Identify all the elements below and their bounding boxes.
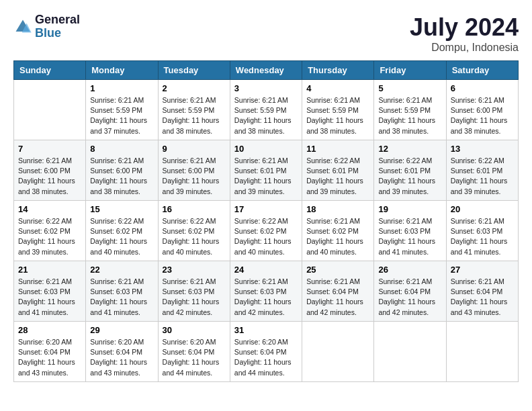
table-row: 1Sunrise: 6:21 AMSunset: 5:59 PMDaylight… [86, 80, 158, 140]
day-number: 15 [90, 204, 153, 214]
logo-line1: General [35, 13, 80, 27]
day-info: Sunrise: 6:21 AMSunset: 5:59 PMDaylight:… [378, 95, 441, 136]
day-number: 31 [234, 325, 298, 335]
day-number: 27 [451, 265, 514, 275]
month-title: July 2024 [410, 13, 519, 42]
day-info: Sunrise: 6:22 AMSunset: 6:02 PMDaylight:… [90, 216, 153, 257]
day-info: Sunrise: 6:21 AMSunset: 6:03 PMDaylight:… [163, 277, 226, 318]
day-info: Sunrise: 6:21 AMSunset: 6:04 PMDaylight:… [306, 277, 369, 318]
day-info: Sunrise: 6:21 AMSunset: 6:00 PMDaylight:… [90, 156, 153, 197]
day-number: 12 [378, 144, 441, 154]
day-info: Sunrise: 6:22 AMSunset: 6:02 PMDaylight:… [234, 216, 298, 257]
day-number: 11 [306, 144, 369, 154]
table-row: 7Sunrise: 6:21 AMSunset: 6:00 PMDaylight… [14, 140, 86, 201]
table-row: 8Sunrise: 6:21 AMSunset: 6:00 PMDaylight… [86, 140, 158, 201]
table-row [446, 322, 518, 382]
title-section: July 2024 Dompu, Indonesia [410, 13, 519, 54]
table-row: 30Sunrise: 6:20 AMSunset: 6:04 PMDayligh… [158, 322, 230, 382]
day-info: Sunrise: 6:21 AMSunset: 5:59 PMDaylight:… [163, 95, 226, 136]
day-number: 25 [306, 265, 369, 275]
header-saturday: Saturday [446, 61, 518, 80]
table-row: 23Sunrise: 6:21 AMSunset: 6:03 PMDayligh… [158, 261, 230, 322]
table-row: 13Sunrise: 6:22 AMSunset: 6:01 PMDayligh… [446, 140, 518, 201]
day-number: 26 [378, 265, 441, 275]
table-row: 14Sunrise: 6:22 AMSunset: 6:02 PMDayligh… [14, 201, 86, 261]
day-number: 6 [451, 83, 514, 93]
table-row: 26Sunrise: 6:21 AMSunset: 6:04 PMDayligh… [374, 261, 446, 322]
table-row: 9Sunrise: 6:21 AMSunset: 6:00 PMDaylight… [158, 140, 230, 201]
calendar-row: 7Sunrise: 6:21 AMSunset: 6:00 PMDaylight… [14, 140, 519, 201]
table-row: 10Sunrise: 6:21 AMSunset: 6:01 PMDayligh… [230, 140, 302, 201]
day-number: 20 [451, 204, 514, 214]
table-row: 28Sunrise: 6:20 AMSunset: 6:04 PMDayligh… [14, 322, 86, 382]
calendar-row: 14Sunrise: 6:22 AMSunset: 6:02 PMDayligh… [14, 201, 519, 261]
table-row: 27Sunrise: 6:21 AMSunset: 6:04 PMDayligh… [446, 261, 518, 322]
table-row: 17Sunrise: 6:22 AMSunset: 6:02 PMDayligh… [230, 201, 302, 261]
day-info: Sunrise: 6:21 AMSunset: 6:03 PMDaylight:… [451, 216, 514, 257]
day-info: Sunrise: 6:21 AMSunset: 6:00 PMDaylight:… [451, 95, 514, 136]
day-number: 16 [163, 204, 226, 214]
table-row: 2Sunrise: 6:21 AMSunset: 5:59 PMDaylight… [158, 80, 230, 140]
day-info: Sunrise: 6:21 AMSunset: 5:59 PMDaylight:… [234, 95, 298, 136]
day-info: Sunrise: 6:21 AMSunset: 6:00 PMDaylight:… [18, 156, 81, 197]
logo: General Blue [13, 13, 80, 40]
table-row [374, 322, 446, 382]
logo-line2: Blue [35, 27, 80, 40]
header-tuesday: Tuesday [158, 61, 230, 80]
calendar-row: 1Sunrise: 6:21 AMSunset: 5:59 PMDaylight… [14, 80, 519, 140]
calendar-row: 28Sunrise: 6:20 AMSunset: 6:04 PMDayligh… [14, 322, 519, 382]
day-number: 30 [163, 325, 226, 335]
day-info: Sunrise: 6:21 AMSunset: 5:59 PMDaylight:… [90, 95, 153, 136]
table-row: 6Sunrise: 6:21 AMSunset: 6:00 PMDaylight… [446, 80, 518, 140]
day-info: Sunrise: 6:21 AMSunset: 6:03 PMDaylight:… [378, 216, 441, 257]
table-row: 21Sunrise: 6:21 AMSunset: 6:03 PMDayligh… [14, 261, 86, 322]
day-number: 8 [90, 144, 153, 154]
header-wednesday: Wednesday [230, 61, 302, 80]
day-number: 14 [18, 204, 81, 214]
table-row [302, 322, 374, 382]
day-number: 2 [163, 83, 226, 93]
table-row: 29Sunrise: 6:20 AMSunset: 6:04 PMDayligh… [86, 322, 158, 382]
table-row: 16Sunrise: 6:22 AMSunset: 6:02 PMDayligh… [158, 201, 230, 261]
day-info: Sunrise: 6:21 AMSunset: 6:02 PMDaylight:… [306, 216, 369, 257]
table-row [14, 80, 86, 140]
day-number: 18 [306, 204, 369, 214]
location-title: Dompu, Indonesia [410, 42, 519, 54]
day-number: 9 [163, 144, 226, 154]
table-row: 18Sunrise: 6:21 AMSunset: 6:02 PMDayligh… [302, 201, 374, 261]
table-row: 3Sunrise: 6:21 AMSunset: 5:59 PMDaylight… [230, 80, 302, 140]
table-row: 20Sunrise: 6:21 AMSunset: 6:03 PMDayligh… [446, 201, 518, 261]
day-number: 4 [306, 83, 369, 93]
header-row: Sunday Monday Tuesday Wednesday Thursday… [14, 61, 519, 80]
day-info: Sunrise: 6:21 AMSunset: 6:03 PMDaylight:… [234, 277, 298, 318]
day-info: Sunrise: 6:22 AMSunset: 6:01 PMDaylight:… [451, 156, 514, 197]
header-friday: Friday [374, 61, 446, 80]
table-row: 22Sunrise: 6:21 AMSunset: 6:03 PMDayligh… [86, 261, 158, 322]
day-number: 21 [18, 265, 81, 275]
day-info: Sunrise: 6:22 AMSunset: 6:02 PMDaylight:… [18, 216, 81, 257]
day-info: Sunrise: 6:21 AMSunset: 6:03 PMDaylight:… [90, 277, 153, 318]
table-row: 24Sunrise: 6:21 AMSunset: 6:03 PMDayligh… [230, 261, 302, 322]
calendar-row: 21Sunrise: 6:21 AMSunset: 6:03 PMDayligh… [14, 261, 519, 322]
day-info: Sunrise: 6:20 AMSunset: 6:04 PMDaylight:… [163, 337, 226, 378]
day-number: 10 [234, 144, 298, 154]
day-info: Sunrise: 6:21 AMSunset: 6:03 PMDaylight:… [18, 277, 81, 318]
day-number: 22 [90, 265, 153, 275]
day-info: Sunrise: 6:21 AMSunset: 6:04 PMDaylight:… [378, 277, 441, 318]
day-info: Sunrise: 6:22 AMSunset: 6:01 PMDaylight:… [306, 156, 369, 197]
table-row: 12Sunrise: 6:22 AMSunset: 6:01 PMDayligh… [374, 140, 446, 201]
calendar-table: Sunday Monday Tuesday Wednesday Thursday… [13, 60, 519, 382]
header-sunday: Sunday [14, 61, 86, 80]
table-row: 11Sunrise: 6:22 AMSunset: 6:01 PMDayligh… [302, 140, 374, 201]
header-thursday: Thursday [302, 61, 374, 80]
day-info: Sunrise: 6:21 AMSunset: 6:01 PMDaylight:… [234, 156, 298, 197]
day-info: Sunrise: 6:22 AMSunset: 6:02 PMDaylight:… [163, 216, 226, 257]
day-info: Sunrise: 6:20 AMSunset: 6:04 PMDaylight:… [18, 337, 81, 378]
day-number: 19 [378, 204, 441, 214]
day-number: 3 [234, 83, 298, 93]
day-info: Sunrise: 6:21 AMSunset: 6:00 PMDaylight:… [163, 156, 226, 197]
table-row: 19Sunrise: 6:21 AMSunset: 6:03 PMDayligh… [374, 201, 446, 261]
day-info: Sunrise: 6:20 AMSunset: 6:04 PMDaylight:… [234, 337, 298, 378]
day-number: 28 [18, 325, 81, 335]
day-info: Sunrise: 6:22 AMSunset: 6:01 PMDaylight:… [378, 156, 441, 197]
